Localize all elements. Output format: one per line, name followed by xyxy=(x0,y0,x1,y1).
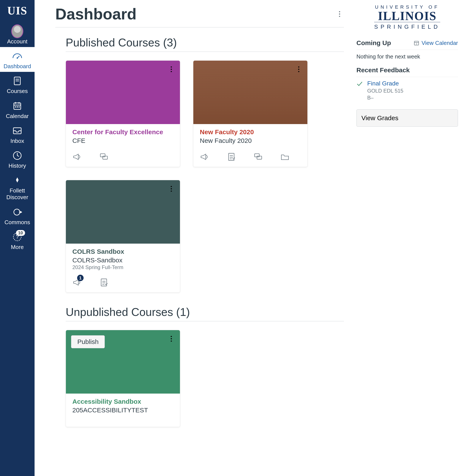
speedometer-icon xyxy=(11,50,23,62)
course-card[interactable]: PublishAccessibility Sandbox205ACCESSIBI… xyxy=(66,330,180,427)
course-code: New Faculty 2020 xyxy=(200,137,301,144)
more-badge: 10 xyxy=(16,230,25,236)
course-body: Accessibility Sandbox205ACCESSIBILITYTES… xyxy=(66,393,180,418)
page-title: Dashboard xyxy=(55,5,136,23)
course-code: CFE xyxy=(72,137,174,144)
course-card[interactable]: Center for Faculty ExcellenceCFE xyxy=(66,60,180,167)
nav-follett[interactable]: Follett Discover xyxy=(0,171,35,203)
commons-icon xyxy=(11,206,23,218)
nav-account[interactable]: Account xyxy=(0,22,35,47)
logo: UIS xyxy=(7,4,28,17)
course-actions: 1 xyxy=(66,274,180,292)
course-name: COLRS Sandbox xyxy=(72,248,174,255)
nav-calendar[interactable]: Calendar xyxy=(0,97,35,122)
unpublished-grid: PublishAccessibility Sandbox205ACCESSIBI… xyxy=(66,330,344,427)
inbox-icon xyxy=(11,125,23,137)
recent-feedback-heading: Recent Feedback xyxy=(357,66,410,74)
nav-courses[interactable]: Courses xyxy=(0,72,35,97)
course-actions xyxy=(66,148,180,167)
course-body: New Faculty 2020New Faculty 2020 xyxy=(193,124,307,148)
nav-inbox[interactable]: Inbox xyxy=(0,122,35,147)
nav-commons[interactable]: Commons xyxy=(0,203,35,228)
course-options-button[interactable] xyxy=(294,65,303,74)
unpublished-heading: Unpublished Courses (1) xyxy=(66,306,344,321)
discussion-icon[interactable] xyxy=(99,152,109,162)
course-card[interactable]: COLRS SandboxCOLRS-Sandbox2024 Spring Fu… xyxy=(66,180,180,293)
megaphone-icon[interactable]: 1 xyxy=(72,278,82,287)
course-hero xyxy=(193,61,307,124)
publish-button[interactable]: Publish xyxy=(71,335,105,348)
course-options-button[interactable] xyxy=(167,185,176,193)
coming-up-heading: Coming Up xyxy=(357,39,391,47)
view-grades-button[interactable]: View Grades xyxy=(357,109,458,127)
right-rail: UNIVERSITY OF ILLINOIS SPRINGFIELD Comin… xyxy=(354,0,462,476)
calendar-icon xyxy=(11,100,23,112)
course-options-button[interactable] xyxy=(167,335,176,343)
course-term: 2024 Spring Full-Term xyxy=(72,264,174,270)
course-body: COLRS SandboxCOLRS-Sandbox2024 Spring Fu… xyxy=(66,244,180,274)
view-calendar-link[interactable]: View Calendar xyxy=(414,40,458,47)
avatar-icon xyxy=(11,25,23,37)
coming-up-empty: Nothing for the next week xyxy=(357,50,458,64)
feedback-course: GOLD EDL 515 xyxy=(367,88,403,94)
discussion-icon[interactable] xyxy=(253,152,263,162)
assignment-icon[interactable] xyxy=(99,278,109,287)
clock-icon xyxy=(11,149,23,162)
feedback-grade: B– xyxy=(367,95,403,101)
folder-icon[interactable] xyxy=(280,152,290,162)
course-hero xyxy=(66,180,180,244)
feedback-title: Final Grade xyxy=(367,80,403,87)
check-icon xyxy=(357,81,363,101)
nav-more[interactable]: 10 More xyxy=(0,228,35,253)
calendar-small-icon xyxy=(414,40,419,46)
university-logo: UNIVERSITY OF ILLINOIS SPRINGFIELD xyxy=(357,4,458,30)
course-body: Center for Faculty ExcellenceCFE xyxy=(66,124,180,148)
course-name: New Faculty 2020 xyxy=(200,128,301,136)
book-icon xyxy=(11,75,23,87)
follett-icon xyxy=(11,174,23,187)
course-code: COLRS-Sandbox xyxy=(72,257,174,264)
assignment-icon[interactable] xyxy=(227,152,236,162)
course-hero xyxy=(66,61,180,124)
published-grid: Center for Faculty ExcellenceCFENew Facu… xyxy=(66,60,344,293)
dashboard-options-button[interactable] xyxy=(335,10,344,18)
notification-badge: 1 xyxy=(77,275,84,281)
global-nav: UIS Account Dashboard Courses Calendar I… xyxy=(0,0,35,476)
main-content: Dashboard Published Courses (3) Center f… xyxy=(35,0,354,476)
course-name: Accessibility Sandbox xyxy=(72,398,174,405)
help-icon: 10 xyxy=(11,231,23,243)
nav-history[interactable]: History xyxy=(0,147,35,171)
published-heading: Published Courses (3) xyxy=(66,36,344,52)
course-name: Center for Faculty Excellence xyxy=(72,128,174,136)
course-options-button[interactable] xyxy=(167,65,176,74)
course-actions xyxy=(66,418,180,427)
feedback-item[interactable]: Final Grade GOLD EDL 515 B– xyxy=(357,77,458,103)
megaphone-icon[interactable] xyxy=(200,152,209,162)
course-card[interactable]: New Faculty 2020New Faculty 2020 xyxy=(193,60,308,167)
nav-dashboard[interactable]: Dashboard xyxy=(0,47,35,72)
course-hero: Publish xyxy=(66,330,180,393)
course-actions xyxy=(193,148,307,167)
course-code: 205ACCESSIBILITYTEST xyxy=(72,407,174,414)
megaphone-icon[interactable] xyxy=(72,152,82,162)
